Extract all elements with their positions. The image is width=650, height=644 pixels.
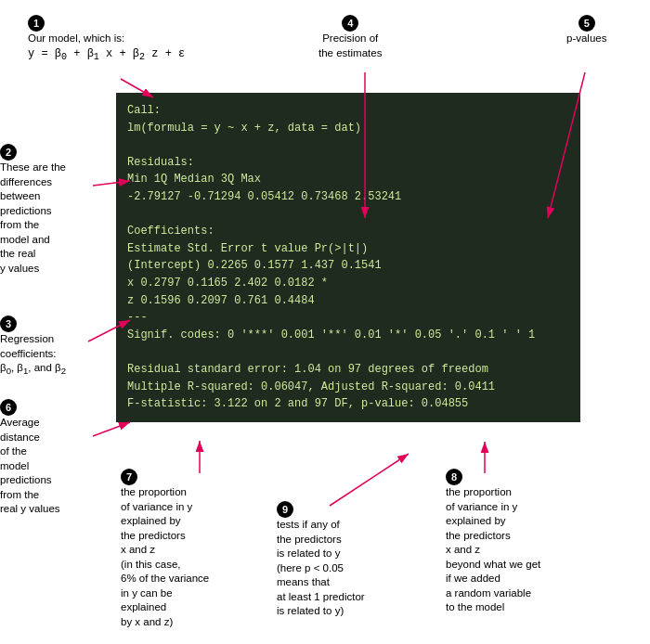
circle-9: 9 [277, 501, 293, 518]
terminal-output: Call: lm(formula = y ~ x + z, data = dat… [116, 93, 580, 422]
terminal-line-16: Residual standard error: 1.04 on 97 degr… [127, 361, 569, 379]
annotation-3: 3 Regressioncoefficients:β0, β1, and β2 [0, 316, 66, 378]
terminal-line-8: Coefficients: [127, 223, 569, 240]
terminal-line-3 [127, 136, 569, 154]
terminal-line-7 [127, 206, 569, 224]
terminal-line-11: x 0.2797 0.1165 2.402 0.0182 * [127, 275, 569, 292]
annotation-2: 2 These are thedifferencesbetweenpredict… [0, 144, 66, 276]
terminal-line-5: Min 1Q Median 3Q Max [127, 171, 569, 188]
circle-4: 4 [342, 15, 358, 32]
circle-5: 5 [578, 15, 595, 32]
terminal-line-9: Estimate Std. Error t value Pr(>|t|) [127, 240, 569, 258]
terminal-line-2: lm(formula = y ~ x + z, data = dat) [127, 120, 569, 137]
circle-8: 8 [446, 469, 462, 485]
circle-1: 1 [28, 15, 45, 32]
annotation-6: 6 Averagedistanceof themodelpredictionsf… [0, 399, 60, 517]
annotation-9: 9 tests if any ofthe predictorsis relate… [277, 501, 365, 619]
terminal-line-4: Residuals: [127, 154, 569, 172]
annotation-7: 7 the proportionof variance in yexplaine… [121, 469, 209, 629]
terminal-line-10: (Intercept) 0.2265 0.1577 1.437 0.1541 [127, 257, 569, 275]
annotation-8: 8 the proportionof variance in yexplaine… [446, 469, 540, 615]
annotation-4: 4 Precision ofthe estimates [318, 15, 382, 60]
terminal-line-6: -2.79127 -0.71294 0.05412 0.73468 2.5324… [127, 188, 569, 206]
terminal-line-1: Call: [127, 102, 569, 120]
terminal-line-14: Signif. codes: 0 '***' 0.001 '**' 0.01 '… [127, 327, 569, 344]
terminal-line-13: --- [127, 309, 569, 327]
circle-3: 3 [0, 316, 17, 332]
terminal-line-17: Multiple R-squared: 0.06047, Adjusted R-… [127, 379, 569, 396]
circle-6: 6 [0, 399, 17, 416]
terminal-line-12: z 0.1596 0.2097 0.761 0.4484 [127, 292, 569, 310]
circle-7: 7 [121, 469, 137, 485]
annotation-5: 5 p-values [566, 15, 606, 46]
terminal-line-15 [127, 343, 569, 361]
annotation-1: 1 Our model, which is: y = β0 + β1 x + β… [28, 15, 185, 63]
terminal-line-18: F-statistic: 3.122 on 2 and 97 DF, p-val… [127, 395, 569, 413]
circle-2: 2 [0, 144, 17, 161]
